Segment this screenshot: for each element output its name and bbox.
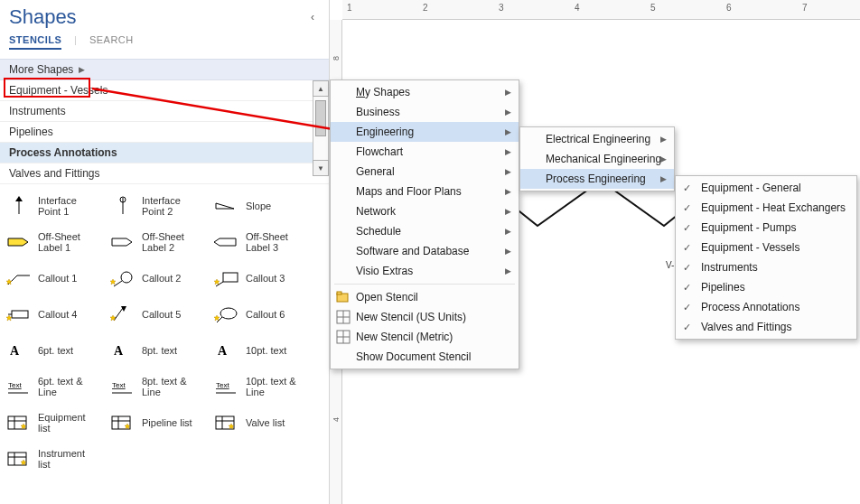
svg-marker-42 xyxy=(125,424,130,429)
scroll-thumb[interactable] xyxy=(315,100,326,136)
menu-item[interactable]: General▶ xyxy=(331,162,519,182)
scroll-up-icon[interactable]: ▲ xyxy=(313,80,329,97)
menu-item[interactable]: Engineering▶ xyxy=(331,122,519,142)
shape-gallery-item[interactable]: Text6pt. text & Line xyxy=(5,372,109,401)
menu-item[interactable]: Flowchart▶ xyxy=(331,142,519,162)
ruler-tick: 4 xyxy=(332,417,341,422)
shape-gallery-item[interactable]: Callout 6 xyxy=(213,300,317,329)
menu-item[interactable]: ✓Valves and Fittings xyxy=(676,317,856,337)
stencil-item[interactable]: Pipelines xyxy=(0,122,329,143)
shape-gallery-item[interactable]: Pipeline list xyxy=(109,408,213,437)
menu-item-label: New Stencil (US Units) xyxy=(356,311,466,323)
menu-item[interactable]: Software and Database▶ xyxy=(331,241,519,261)
shape-gallery-item[interactable]: Valve list xyxy=(213,408,317,437)
menu-item[interactable]: ✓Equipment - Vessels xyxy=(676,238,856,257)
slope-icon xyxy=(213,195,240,217)
collapse-icon[interactable]: ‹ xyxy=(311,11,320,23)
shape-gallery-item[interactable]: Callout 5 xyxy=(109,300,213,329)
shape-label: 10pt. text & Line xyxy=(246,376,296,397)
menu-item[interactable]: New Stencil (Metric) xyxy=(331,327,519,347)
svg-text:A: A xyxy=(218,344,228,358)
shape-label: Callout 4 xyxy=(38,309,77,320)
shape-label: Interface Point 2 xyxy=(142,195,181,217)
menu-item[interactable]: New Stencil (US Units) xyxy=(331,307,519,327)
stencil-item[interactable]: Equipment - Vessels xyxy=(0,80,329,101)
menu-item[interactable]: Maps and Floor Plans▶ xyxy=(331,182,519,201)
shape-gallery-item[interactable]: A8pt. text xyxy=(109,336,213,365)
menu-item-label: Software and Database xyxy=(356,245,469,257)
shape-gallery-item[interactable]: Callout 2 xyxy=(109,264,213,293)
shape-gallery-item[interactable]: Callout 3 xyxy=(213,264,317,293)
menu-item-label: Equipment - Heat Exchangers xyxy=(701,201,846,214)
shape-gallery-item[interactable]: Off-Sheet Label 1 xyxy=(5,228,109,257)
tab-stencils[interactable]: STENCILS xyxy=(9,34,61,50)
chevron-right-icon: ▶ xyxy=(505,266,511,275)
engineering-submenu[interactable]: Electrical Engineering▶Mechanical Engine… xyxy=(519,126,675,191)
menu-item[interactable]: Electrical Engineering▶ xyxy=(520,129,674,149)
stencil-item[interactable]: Process Annotations xyxy=(0,143,329,163)
scroll-down-icon[interactable]: ▼ xyxy=(313,160,329,176)
shape-label: 8pt. text & Line xyxy=(142,376,187,397)
scroll-track[interactable] xyxy=(313,97,329,160)
stencil-list: Equipment - VesselsInstrumentsPipelinesP… xyxy=(0,80,329,184)
menu-item[interactable]: ✓Process Annotations xyxy=(676,297,856,317)
menu-item[interactable]: Schedule▶ xyxy=(331,221,519,241)
shape-gallery-item[interactable]: Interface Point 2 xyxy=(109,191,213,220)
shape-gallery-item[interactable]: Interface Point 1 xyxy=(5,191,109,220)
process-engineering-submenu[interactable]: ✓Equipment - General✓Equipment - Heat Ex… xyxy=(675,175,857,340)
shape-gallery-item[interactable]: Slope xyxy=(213,191,317,220)
stencil-scrollbar[interactable]: ▲ ▼ xyxy=(313,80,329,176)
more-shapes-button[interactable]: More Shapes ▶ xyxy=(0,59,329,80)
grid-icon xyxy=(336,330,351,344)
menu-item-label: Instruments xyxy=(701,261,758,274)
shape-gallery-item[interactable]: Off-Sheet Label 3 xyxy=(213,228,317,257)
menu-item[interactable]: ✓Equipment - Pumps xyxy=(676,218,856,238)
menu-item[interactable]: ✓Equipment - Heat Exchangers xyxy=(676,198,856,218)
menu-item[interactable]: Business▶ xyxy=(331,102,519,122)
shape-gallery-item[interactable]: Instrument list xyxy=(5,444,109,473)
svg-rect-14 xyxy=(223,273,238,282)
textline6-icon: Text xyxy=(5,376,33,397)
shape-label: Instrument list xyxy=(38,448,85,470)
menu-item[interactable]: Open Stencil xyxy=(331,287,519,307)
shape-gallery-item[interactable]: Text10pt. text & Line xyxy=(213,372,317,401)
menu-item[interactable]: Process Engineering▶ xyxy=(520,169,674,189)
menu-item-label: Network xyxy=(356,205,396,218)
stencil-item[interactable]: Instruments xyxy=(0,101,329,122)
interface1-icon xyxy=(5,195,33,217)
menu-item[interactable]: Show Document Stencil xyxy=(331,347,519,367)
menu-item[interactable]: Visio Extras▶ xyxy=(331,261,519,281)
svg-text:Text: Text xyxy=(216,381,229,389)
eqlist-icon xyxy=(5,412,33,434)
menu-item[interactable]: Network▶ xyxy=(331,201,519,221)
menu-item-label: Business xyxy=(356,106,400,118)
shape-gallery-item[interactable]: Off-Sheet Label 2 xyxy=(109,228,213,257)
chevron-right-icon: ▶ xyxy=(505,227,511,236)
menu-item[interactable]: ✓Pipelines xyxy=(676,277,856,297)
shape-gallery-item[interactable]: A6pt. text xyxy=(5,336,109,365)
chevron-right-icon: ▶ xyxy=(505,247,511,256)
menu-item-label: Mechanical Engineering xyxy=(546,153,661,165)
menu-item-label: General xyxy=(356,165,395,178)
text6-icon: A xyxy=(5,340,33,361)
shape-gallery-item[interactable]: Callout 4 xyxy=(5,300,109,329)
menu-item-label: Engineering xyxy=(356,126,414,138)
menu-item[interactable]: My Shapes▶ xyxy=(331,82,519,102)
instlist-icon xyxy=(5,448,33,470)
tab-search[interactable]: SEARCH xyxy=(89,34,134,45)
shape-gallery-item[interactable]: Text8pt. text & Line xyxy=(109,372,213,401)
shape-gallery-item[interactable]: Callout 1 xyxy=(5,264,109,293)
menu-item[interactable]: ✓Instruments xyxy=(676,257,856,277)
more-shapes-menu[interactable]: My Shapes▶Business▶Engineering▶Flowchart… xyxy=(330,79,519,369)
shape-gallery-item[interactable]: Equipment list xyxy=(5,408,109,437)
callout1-icon xyxy=(5,267,33,289)
menu-item[interactable]: ✓Equipment - General xyxy=(676,178,856,198)
stencil-item[interactable]: Valves and Fittings xyxy=(0,163,329,184)
shape-gallery-item[interactable]: A10pt. text xyxy=(213,336,317,365)
shape-label: Off-Sheet Label 2 xyxy=(142,231,184,253)
shape-label: 6pt. text xyxy=(38,345,73,356)
check-icon: ✓ xyxy=(683,222,691,234)
shape-label: 10pt. text xyxy=(246,345,286,356)
menu-item[interactable]: Mechanical Engineering▶ xyxy=(520,149,674,169)
shape-label: Equipment list xyxy=(38,412,86,434)
